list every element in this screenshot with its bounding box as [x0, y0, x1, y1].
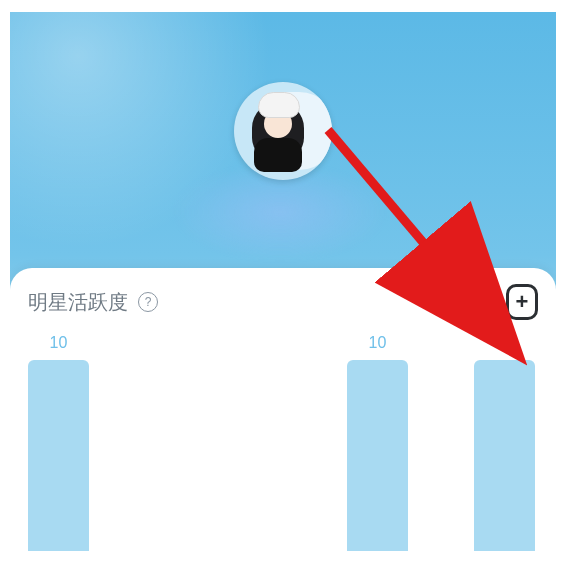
chart-bar[interactable]: 10: [28, 360, 89, 551]
chart-bar-label: 10: [50, 334, 68, 352]
avatar-icon: [234, 82, 332, 180]
card-header: 明星活跃度 ? +: [28, 286, 538, 318]
filter-sort-icon[interactable]: [464, 286, 496, 318]
activity-card: 明星活跃度 ? + 101010: [10, 268, 556, 551]
add-button[interactable]: +: [506, 286, 538, 318]
help-icon[interactable]: ?: [138, 292, 158, 312]
chart-bar-label: 10: [369, 334, 387, 352]
activity-bar-chart: 101010: [28, 340, 538, 551]
avatar-button[interactable]: [234, 82, 332, 180]
plus-icon: +: [506, 284, 538, 320]
svg-point-3: [486, 305, 490, 309]
chart-bar[interactable]: 10: [347, 360, 408, 551]
chart-bar-label: 10: [496, 334, 514, 352]
chart-bar[interactable]: 10: [474, 360, 535, 551]
card-title: 明星活跃度: [28, 289, 128, 316]
